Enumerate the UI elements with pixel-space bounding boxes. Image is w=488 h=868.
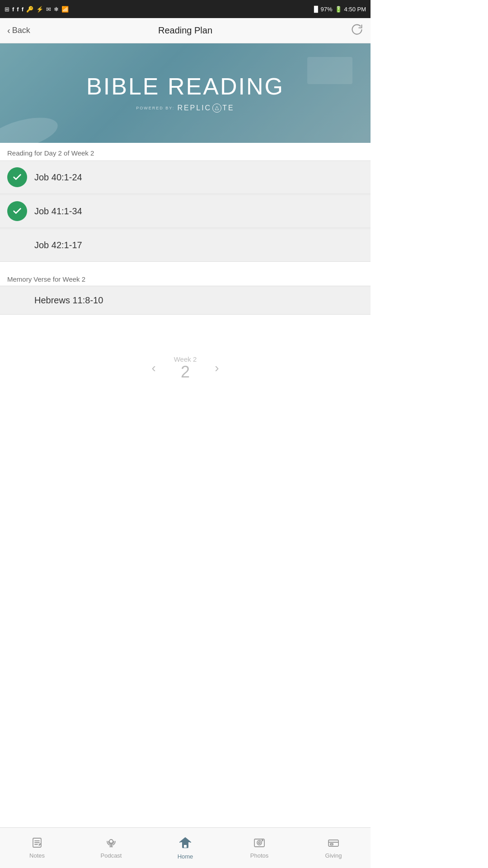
check-icon-2 [7,201,27,221]
memory-section: Memory Verse for Week 2 Hebrews 11:8-10 [0,269,371,315]
battery-icon: 🔋 [335,6,342,13]
wifi-icon: 📶 [61,6,69,13]
back-label: Back [12,26,30,35]
email-icon: ✉ [46,6,51,13]
svg-rect-1 [307,57,352,84]
svg-point-0 [0,111,61,143]
page-title: Reading Plan [158,25,212,36]
memory-verse-item[interactable]: Hebrews 11:8-10 [0,286,371,315]
time: 4:50 PM [344,6,366,13]
key-icon: 🔑 [26,6,33,13]
check-icon-1 [7,167,27,187]
week-display: Week 2 2 [174,355,197,381]
next-week-button[interactable]: › [215,361,219,375]
reading-text-1: Job 40:1-24 [34,172,82,183]
status-icons: ⊞ f f f 🔑 ⚡ ✉ ❄ 📶 [5,6,69,13]
back-chevron-icon: ‹ [7,25,10,36]
banner-powered: POWERED BY: REPLIC TE [136,104,234,113]
memory-section-label: Memory Verse for Week 2 [0,269,371,286]
prev-week-button[interactable]: ‹ [151,361,155,375]
brand-icon [212,104,221,113]
reading-item-3[interactable]: Job 42:1-17 [0,228,371,262]
signal-icon: ▉ [314,6,319,13]
banner-title: BIBLE READING [86,74,284,99]
svg-marker-2 [215,106,219,110]
nav-bar: ‹ Back Reading Plan [0,18,371,43]
plus-icon: ⊞ [5,6,9,13]
memory-verse-text: Hebrews 11:8-10 [34,295,103,306]
reading-item-2[interactable]: Job 41:1-34 [0,194,371,228]
fb-icon-3: f [22,6,23,13]
usb-icon: ⚡ [36,6,43,13]
week-navigation: ‹ Week 2 2 › [0,342,371,390]
reading-item-1[interactable]: Job 40:1-24 [0,160,371,194]
reading-text-3: Job 42:1-17 [34,240,82,250]
week-label: Week 2 [174,355,197,363]
banner: BIBLE READING POWERED BY: REPLIC TE [0,43,371,143]
reading-text-2: Job 41:1-34 [34,206,82,217]
week-number: 2 [181,363,190,381]
bluetooth-icon: ❄ [54,6,59,13]
refresh-button[interactable] [351,23,363,38]
fb-icon-2: f [17,6,19,13]
brand-logo: REPLIC TE [177,104,234,113]
powered-by-label: POWERED BY: [136,106,174,110]
reading-section-label: Reading for Day 2 of Week 2 [0,143,371,160]
back-button[interactable]: ‹ Back [7,25,30,36]
battery-percent: 97% [321,6,333,13]
status-right: ▉ 97% 🔋 4:50 PM [314,6,366,13]
status-bar: ⊞ f f f 🔑 ⚡ ✉ ❄ 📶 ▉ 97% 🔋 4:50 PM [0,0,371,18]
fb-icon-1: f [12,6,14,13]
unchecked-circle-3 [7,235,27,255]
